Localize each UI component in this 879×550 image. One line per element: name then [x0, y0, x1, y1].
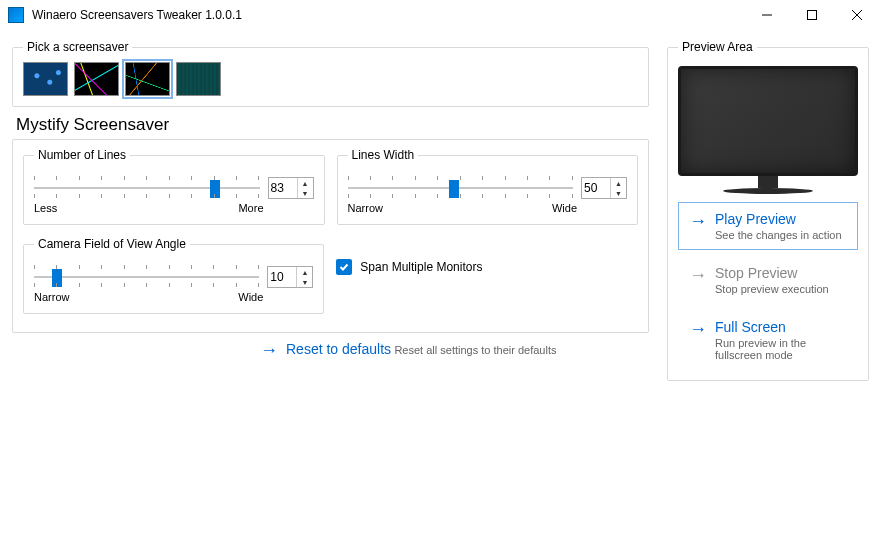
picker-legend: Pick a screensaver: [23, 40, 132, 54]
width-value[interactable]: [582, 178, 610, 198]
spinner-down-icon[interactable]: ▼: [297, 277, 312, 287]
spinner-up-icon[interactable]: ▲: [611, 178, 626, 188]
screensaver-thumb-1[interactable]: [23, 62, 68, 96]
width-legend: Lines Width: [348, 148, 419, 162]
preview-area-group: Preview Area → Play Preview See the chan…: [667, 40, 869, 381]
settings-heading: Mystify Screensaver: [16, 115, 649, 135]
lines-max-label: More: [238, 202, 263, 214]
checkbox-checked-icon: [336, 259, 352, 275]
play-preview-button[interactable]: → Play Preview See the changes in action: [678, 202, 858, 250]
arrow-right-icon: →: [689, 320, 707, 338]
fov-spinner[interactable]: ▲▼: [267, 266, 313, 288]
width-spinner[interactable]: ▲▼: [581, 177, 627, 199]
reset-defaults-link[interactable]: → Reset to defaults Reset all settings t…: [260, 341, 649, 359]
minimize-button[interactable]: [744, 0, 789, 30]
spinner-up-icon[interactable]: ▲: [298, 178, 313, 188]
preview-monitor: [678, 66, 858, 194]
lines-width-group: Lines Width ▲▼: [337, 148, 639, 225]
fov-value[interactable]: [268, 267, 296, 287]
fov-group: Camera Field of View Angle ▲▼: [23, 237, 324, 314]
close-button[interactable]: [834, 0, 879, 30]
fov-slider[interactable]: [34, 265, 259, 289]
play-sub: See the changes in action: [715, 229, 842, 241]
spinner-down-icon[interactable]: ▼: [298, 188, 313, 198]
maximize-button[interactable]: [789, 0, 834, 30]
fov-min-label: Narrow: [34, 291, 69, 303]
number-of-lines-group: Number of Lines ▲▼: [23, 148, 325, 225]
stop-preview-button[interactable]: → Stop Preview Stop preview execution: [678, 256, 858, 304]
width-slider[interactable]: [348, 176, 574, 200]
width-max-label: Wide: [552, 202, 577, 214]
screensaver-thumb-4[interactable]: [176, 62, 221, 96]
stop-title: Stop Preview: [715, 265, 829, 281]
window-controls: [744, 0, 879, 30]
full-sub: Run preview in the fullscreen mode: [715, 337, 847, 361]
spinner-up-icon[interactable]: ▲: [297, 267, 312, 277]
lines-slider[interactable]: [34, 176, 260, 200]
window-title: Winaero Screensavers Tweaker 1.0.0.1: [32, 8, 744, 22]
width-min-label: Narrow: [348, 202, 383, 214]
lines-legend: Number of Lines: [34, 148, 130, 162]
settings-group: Number of Lines ▲▼: [12, 139, 649, 333]
fov-max-label: Wide: [238, 291, 263, 303]
span-monitors-label: Span Multiple Monitors: [360, 260, 482, 274]
arrow-right-icon: →: [689, 266, 707, 284]
app-icon: [8, 7, 24, 23]
play-title: Play Preview: [715, 211, 842, 227]
lines-min-label: Less: [34, 202, 57, 214]
monitor-screen: [678, 66, 858, 176]
arrow-right-icon: →: [260, 341, 278, 359]
span-monitors-checkbox[interactable]: Span Multiple Monitors: [336, 259, 638, 275]
reset-sub: Reset all settings to their defaults: [394, 344, 556, 356]
spinner-down-icon[interactable]: ▼: [611, 188, 626, 198]
svg-rect-1: [807, 11, 816, 20]
screensaver-thumb-2[interactable]: [74, 62, 119, 96]
lines-spinner[interactable]: ▲▼: [268, 177, 314, 199]
preview-legend: Preview Area: [678, 40, 757, 54]
full-screen-button[interactable]: → Full Screen Run preview in the fullscr…: [678, 310, 858, 370]
full-title: Full Screen: [715, 319, 847, 335]
arrow-right-icon: →: [689, 212, 707, 230]
screensaver-thumb-3[interactable]: [125, 62, 170, 96]
screensaver-picker-group: Pick a screensaver: [12, 40, 649, 107]
lines-value[interactable]: [269, 178, 297, 198]
fov-legend: Camera Field of View Angle: [34, 237, 190, 251]
reset-title: Reset to defaults: [286, 341, 391, 357]
stop-sub: Stop preview execution: [715, 283, 829, 295]
titlebar: Winaero Screensavers Tweaker 1.0.0.1: [0, 0, 879, 30]
